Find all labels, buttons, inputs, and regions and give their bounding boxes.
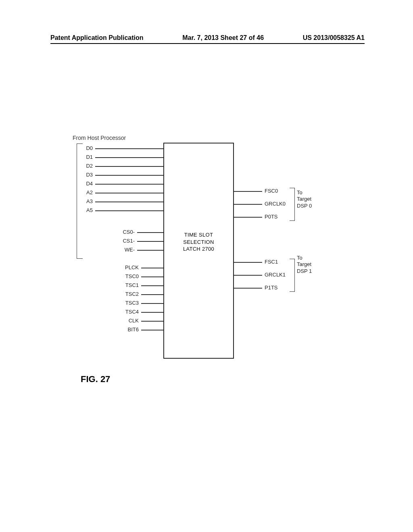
- pin-fsc0: FSC0: [234, 191, 262, 198]
- pin-tsc4: TSC4: [141, 312, 163, 319]
- pin-line: [95, 157, 163, 158]
- pin-line: [234, 262, 262, 263]
- pin-bit6: BIT6: [141, 330, 163, 337]
- block-label-line2: SELECTION: [183, 239, 214, 245]
- pin-d0: D0: [95, 148, 163, 156]
- block-label-line3: LATCH 2700: [183, 246, 214, 252]
- pin-line: [234, 204, 262, 205]
- pin-line: [95, 166, 163, 167]
- pin-line: [137, 250, 163, 251]
- pin-line: [141, 321, 163, 322]
- pin-line: [234, 191, 262, 192]
- pin-line: [234, 288, 262, 289]
- block-diagram: From Host Processor TIME SLOT SELECTION …: [73, 137, 339, 363]
- page-header: Patent Application Publication Mar. 7, 2…: [50, 34, 365, 44]
- pin-line: [141, 312, 163, 313]
- pin-plck: PLCK: [141, 268, 163, 275]
- pin-d4: D4: [95, 184, 163, 191]
- host-processor-label: From Host Processor: [73, 135, 126, 141]
- dsp0-label: To Target DSP 0: [297, 189, 312, 209]
- pin-p1ts: P1TS: [234, 288, 262, 295]
- pin-grclk1: GRCLK1: [234, 275, 262, 282]
- pin-line: [234, 275, 262, 276]
- pin-tsc1: TSC1: [141, 285, 163, 293]
- pin-line: [95, 210, 163, 211]
- pin-fsc1: FSC1: [234, 262, 262, 269]
- pin-cs1: CS1-: [137, 241, 163, 248]
- pin-we: WE-: [137, 250, 163, 257]
- header-left: Patent Application Publication: [50, 34, 144, 42]
- pin-cs0: CS0-: [137, 232, 163, 239]
- pin-line: [141, 330, 163, 330]
- pin-line: [141, 285, 163, 286]
- pin-line: [141, 294, 163, 295]
- pin-line: [95, 193, 163, 193]
- dsp1-bracket: [290, 259, 295, 292]
- pin-line: [95, 202, 163, 202]
- pin-line: [141, 276, 163, 277]
- pin-line: [95, 175, 163, 176]
- pin-grclk0: GRCLK0: [234, 204, 262, 211]
- header-right: US 2013/0058325 A1: [303, 34, 365, 42]
- pin-clk: CLK: [141, 321, 163, 328]
- pin-tsc2: TSC2: [141, 294, 163, 301]
- pin-line: [137, 232, 163, 233]
- pin-line: [234, 217, 262, 218]
- dsp0-bracket: [290, 188, 295, 221]
- pin-tsc0: TSC0: [141, 276, 163, 284]
- pin-d3: D3: [95, 175, 163, 182]
- pin-line: [95, 148, 163, 149]
- pin-p0ts: P0TS: [234, 217, 262, 224]
- pin-line: [137, 241, 163, 242]
- host-bracket: [77, 143, 83, 259]
- block-label-line1: TIME SLOT: [184, 232, 213, 238]
- pin-tsc3: TSC3: [141, 303, 163, 310]
- time-slot-selection-latch-block: TIME SLOT SELECTION LATCH 2700: [163, 143, 234, 359]
- figure-label: FIG. 27: [81, 374, 110, 384]
- pin-a2: A2: [95, 193, 163, 200]
- pin-line: [141, 268, 163, 268]
- pin-d1: D1: [95, 157, 163, 164]
- page: Patent Application Publication Mar. 7, 2…: [0, 0, 413, 532]
- pin-line: [141, 303, 163, 304]
- block-label: TIME SLOT SELECTION LATCH 2700: [164, 231, 233, 253]
- header-center: Mar. 7, 2013 Sheet 27 of 46: [182, 34, 264, 42]
- pin-a3: A3: [95, 202, 163, 209]
- pin-line: [95, 184, 163, 185]
- pin-d2: D2: [95, 166, 163, 173]
- dsp1-label: To Target DSP 1: [297, 255, 312, 274]
- pin-a5: A5: [95, 210, 163, 218]
